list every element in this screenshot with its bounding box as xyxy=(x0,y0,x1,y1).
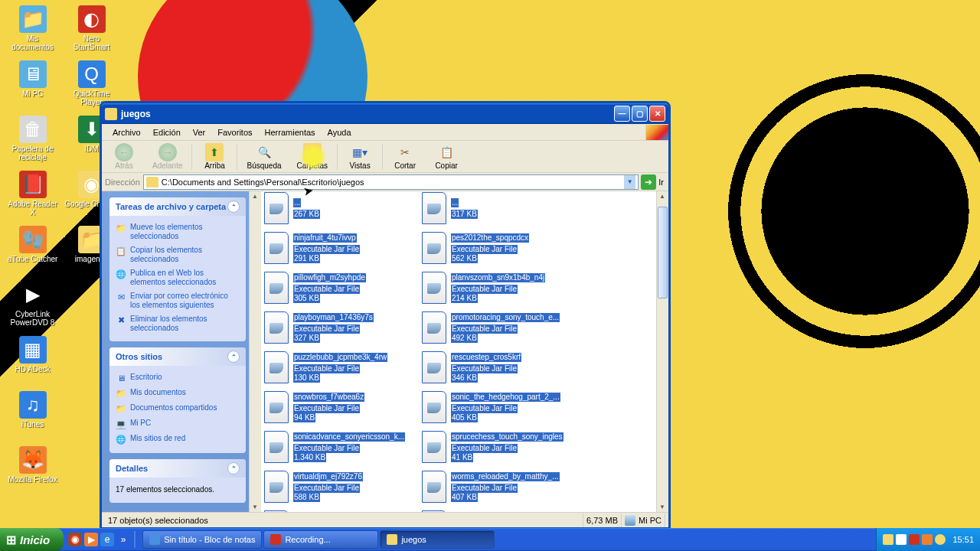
task-link[interactable]: 💻Mi PC xyxy=(116,416,240,432)
file-type: Executable Jar File xyxy=(293,444,360,453)
cut-button[interactable]: ✂Cortar xyxy=(384,142,426,172)
file-item[interactable]: virtualdjm_ej792z76Executable Jar File58… xyxy=(264,468,417,505)
taskbar-task[interactable]: juegos xyxy=(380,530,495,549)
taskbar-task[interactable]: Sin título - Bloc de notas xyxy=(142,530,262,549)
file-list-pane[interactable]: ...267 KBninjafruit_4tu7ivvpExecutable J… xyxy=(261,191,668,512)
file-type: Executable Jar File xyxy=(451,364,518,373)
file-item[interactable]: ninjafruit_4tu7ivvpExecutable Jar File29… xyxy=(264,230,417,266)
file-name: snowbros_f7wbea6z xyxy=(293,393,364,402)
file-item[interactable]: sprucechess_touch_sony_inglesExecutable … xyxy=(422,429,575,465)
app-icon: ◐ xyxy=(78,5,106,33)
file-item[interactable]: playboyman_17436y7sExecutable Jar File32… xyxy=(264,309,417,346)
desktop-icon[interactable]: ♫iTunes xyxy=(4,390,61,443)
desktop-icon[interactable]: 📕Adobe Reader X xyxy=(4,169,61,223)
media-player-icon[interactable]: ▶ xyxy=(84,533,98,546)
tray-icon[interactable] xyxy=(883,534,893,545)
task-group-header[interactable]: Tareas de archivo y carpeta⌃ xyxy=(109,197,246,216)
desktop-icon[interactable]: ◐Nero StartSmart xyxy=(63,4,120,57)
chrome-icon[interactable]: ◉ xyxy=(68,533,82,546)
task-link[interactable]: 🖥Escritorio xyxy=(116,370,240,386)
task-icon: 🌐 xyxy=(116,269,126,279)
file-item[interactable]: playboy-te_vvvahyxlExecutable Jar File xyxy=(422,508,575,512)
icon-label: Nero StartSmart xyxy=(64,34,119,51)
explorer-window: juegos — ▢ ✕ Archivo Edición Ver Favorit… xyxy=(100,101,671,530)
desktop-icon[interactable]: 🗑Papelera de reciclaje xyxy=(4,114,61,168)
clock[interactable]: 15:51 xyxy=(952,535,974,544)
maximize-button[interactable]: ▢ xyxy=(632,106,648,122)
address-field[interactable]: ▼ xyxy=(143,174,639,190)
icon-label: IDM xyxy=(84,145,98,153)
tray-icon[interactable] xyxy=(896,534,906,545)
task-text: Documentos compartidos xyxy=(130,403,217,412)
icon-label: Mi PC xyxy=(22,90,43,98)
folders-button[interactable]: 📁Carpetas xyxy=(289,142,336,172)
tray-icon[interactable] xyxy=(935,534,946,545)
file-size: 407 KB xyxy=(451,493,478,502)
file-item[interactable]: rescuestep_cros5krfExecutable Jar File34… xyxy=(422,349,575,386)
file-item[interactable]: worms_reloaded_by_matthy_...Executable J… xyxy=(422,468,575,505)
desktop-icon[interactable]: 🖥Mi PC xyxy=(4,59,61,112)
file-size: 41 KB xyxy=(451,453,473,462)
file-item[interactable]: askadam_941rzq7cExecutable Jar File xyxy=(264,508,417,512)
back-button[interactable]: ←Atrás xyxy=(103,142,145,172)
file-item[interactable]: sonic_the_hedgehog_part_2_...Executable … xyxy=(422,389,575,425)
up-button[interactable]: ⬆Arriba xyxy=(194,142,235,172)
file-item[interactable]: ...317 KB xyxy=(422,191,575,227)
jar-file-icon xyxy=(422,232,446,264)
file-type: Executable Jar File xyxy=(451,444,518,453)
menu-ayuda[interactable]: Ayuda xyxy=(322,126,358,139)
ie-icon[interactable]: e xyxy=(100,533,114,546)
file-item[interactable]: pes2012the_spqpcdcxExecutable Jar File56… xyxy=(422,230,575,266)
address-dropdown[interactable]: ▼ xyxy=(624,175,635,189)
start-button[interactable]: Inicio xyxy=(0,528,64,551)
task-link[interactable]: 📁Mueve los elementos seleccionados xyxy=(116,220,240,243)
go-button[interactable]: ➜ xyxy=(641,174,656,190)
file-item[interactable]: puzzlebubb_jcpmbe3k_4rwExecutable Jar Fi… xyxy=(264,349,417,386)
forward-button[interactable]: →Adelante xyxy=(145,142,190,172)
tray-icon[interactable] xyxy=(922,534,933,545)
file-item[interactable]: snowbros_f7wbea6zExecutable Jar File94 K… xyxy=(264,389,417,425)
show-desktop-icon[interactable]: » xyxy=(116,533,130,546)
task-link[interactable]: 📁Mis documentos xyxy=(116,386,240,401)
menu-edicion[interactable]: Edición xyxy=(147,126,187,139)
window-titlebar[interactable]: juegos — ▢ ✕ xyxy=(102,103,668,124)
task-link[interactable]: 📁Documentos compartidos xyxy=(116,401,240,416)
scrollbar[interactable] xyxy=(249,191,261,512)
minimize-button[interactable]: — xyxy=(614,106,630,122)
task-link[interactable]: 📋Copiar los elementos seleccionados xyxy=(116,243,240,266)
jar-file-icon xyxy=(422,272,446,304)
task-link[interactable]: ✉Enviar por correo electrónico los eleme… xyxy=(116,289,240,312)
task-link[interactable]: 🌐Mis sitios de red xyxy=(116,432,240,447)
desktop-icon[interactable]: ▦HD ADeck xyxy=(4,334,61,388)
task-group-header[interactable]: Otros sitios⌃ xyxy=(109,347,246,366)
scrollbar[interactable] xyxy=(656,191,668,512)
menu-archivo[interactable]: Archivo xyxy=(106,126,147,139)
file-item[interactable]: sonicadvance_sonyericsson_k...Executable… xyxy=(264,429,417,465)
close-button[interactable]: ✕ xyxy=(649,106,665,122)
scrollbar-thumb[interactable] xyxy=(658,207,668,298)
task-group-file: Tareas de archivo y carpeta⌃ 📁Mueve los … xyxy=(109,197,246,341)
taskbar-task[interactable]: Recording... xyxy=(263,530,378,549)
file-type: Executable Jar File xyxy=(293,285,360,294)
tray-icon[interactable] xyxy=(909,534,920,545)
search-button[interactable]: 🔍Búsqueda xyxy=(239,142,289,172)
file-item[interactable]: ...267 KB xyxy=(264,191,417,227)
views-button[interactable]: ▦▾Vistas xyxy=(339,142,381,172)
desktop-icon[interactable]: 🧤aTube Catcher xyxy=(4,224,61,278)
desktop-icon[interactable]: 📁Mis documentos xyxy=(4,4,61,57)
file-item[interactable]: promotoracing_sony_touch_e...Executable … xyxy=(422,309,575,346)
file-item[interactable]: planvszomb_sn9x1b4b_n4jExecutable Jar Fi… xyxy=(422,269,575,306)
menu-herramientas[interactable]: Herramientas xyxy=(259,126,322,139)
quick-launch: ◉ ▶ e » xyxy=(64,531,142,548)
task-link[interactable]: 🌐Publica en el Web los elementos selecci… xyxy=(116,266,240,289)
desktop-icon[interactable]: ▶CyberLink PowerDVD 8 xyxy=(4,279,61,333)
desktop-icon[interactable]: 🦊Mozilla Firefox xyxy=(4,445,61,498)
menu-ver[interactable]: Ver xyxy=(187,126,212,139)
file-item[interactable]: pillowfigh_m2syhpdeExecutable Jar File30… xyxy=(264,269,417,306)
jar-file-icon xyxy=(422,471,446,503)
task-link[interactable]: ✖Eliminar los elementos seleccionados xyxy=(116,312,240,335)
copy-button[interactable]: 📋Copiar xyxy=(426,142,467,172)
menu-favoritos[interactable]: Favoritos xyxy=(211,126,258,139)
task-group-header[interactable]: Detalles⌃ xyxy=(109,459,246,478)
address-input[interactable] xyxy=(162,178,624,187)
